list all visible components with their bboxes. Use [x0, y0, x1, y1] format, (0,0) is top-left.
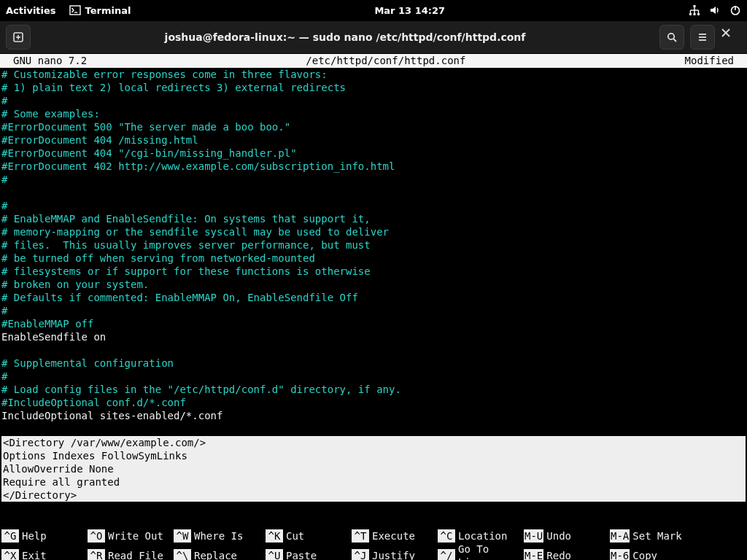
nano-shortcuts: ^GHelp^OWrite Out^WWhere Is^KCut^TExecut… — [0, 526, 747, 560]
editor-line: # files. This usually improves server pe… — [1, 238, 746, 252]
active-app[interactable]: Terminal — [69, 4, 131, 16]
shortcut-key: ^T — [352, 529, 369, 542]
shortcut-label: Go To Line — [458, 542, 524, 560]
shortcut-execute: ^TExecute — [352, 529, 438, 542]
editor-line: EnableSendfile on — [1, 330, 746, 343]
gnome-topbar: Activities Terminal Mar 13 14:27 — [0, 0, 747, 20]
highlight-line: <Directory /var/www/example.com/> — [3, 436, 744, 449]
shortcut-label: Set Mark — [632, 529, 687, 542]
volume-icon[interactable] — [709, 4, 721, 16]
editor-line — [1, 343, 746, 357]
svg-rect-0 — [70, 6, 80, 15]
editor-line: # Load config files in the "/etc/httpd/c… — [1, 383, 746, 396]
terminal-icon — [69, 4, 81, 16]
nano-editor[interactable]: # Customizable error responses come in t… — [0, 68, 747, 436]
window-title: joshua@fedora-linux:~ — sudo nano /etc/h… — [36, 31, 654, 43]
shortcut-label: Undo — [546, 529, 577, 542]
shortcut-key: M-A — [610, 529, 630, 542]
editor-line: # — [1, 370, 746, 383]
shortcut-key: ^W — [174, 529, 191, 542]
editor-line: #ErrorDocument 500 "The server made a bo… — [1, 120, 746, 133]
editor-line: # Customizable error responses come in t… — [1, 68, 746, 81]
shortcut-location: ^CLocation — [438, 529, 524, 542]
shortcut-set-mark: M-ASet Mark — [610, 529, 696, 542]
editor-line — [1, 186, 746, 199]
shortcut-justify: ^JJustify — [352, 542, 438, 560]
editor-line: # Supplemental configuration — [1, 357, 746, 370]
editor-line: # filesystems or if support for these fu… — [1, 265, 746, 278]
activities-button[interactable]: Activities — [6, 5, 56, 16]
svg-point-16 — [668, 34, 674, 39]
clock[interactable]: Mar 13 14:27 — [131, 5, 689, 16]
nano-header: GNU nano 7.2 /etc/httpd/conf/httpd.conf … — [0, 54, 747, 68]
editor-line: # — [1, 199, 746, 212]
nano-status: Modified — [685, 54, 746, 68]
new-tab-button[interactable] — [6, 25, 31, 50]
shortcut-label: Execute — [372, 529, 421, 542]
shortcut-replace: ^\Replace — [174, 542, 266, 560]
shortcut-key: ^G — [1, 529, 19, 542]
editor-line: # Some examples: — [1, 107, 746, 120]
svg-rect-2 — [694, 5, 696, 7]
shortcut-write-out: ^OWrite Out — [88, 529, 174, 542]
editor-line: #ErrorDocument 404 "/cgi-bin/missing_han… — [1, 147, 746, 160]
editor-line: # 1) plain text 2) local redirects 3) ex… — [1, 81, 746, 94]
editor-line: # Defaults if commented: EnableMMAP On, … — [1, 291, 746, 304]
highlight-line: </Directory> — [3, 489, 744, 502]
svg-line-17 — [673, 39, 676, 42]
editor-line: # be turned off when serving from networ… — [1, 252, 746, 265]
editor-line: # memory-mapping or the sendfile syscall… — [1, 225, 746, 238]
svg-rect-4 — [694, 13, 696, 15]
editor-line: #EnableMMAP off — [1, 317, 746, 330]
shortcut-go-to-line: ^/Go To Line — [438, 542, 524, 560]
shortcut-copy: M-6Copy — [610, 542, 696, 560]
shortcut-label: Help — [22, 529, 53, 542]
shortcut-label: Justify — [372, 549, 421, 560]
spacer — [0, 502, 747, 526]
shortcut-key: ^K — [266, 529, 283, 542]
shortcut-key: M-U — [524, 529, 543, 542]
editor-line: # — [1, 173, 746, 186]
editor-line: # — [1, 94, 746, 107]
shortcut-key: ^U — [266, 549, 283, 560]
shortcut-key: ^/ — [438, 549, 455, 560]
shortcut-key: ^C — [438, 529, 455, 542]
search-button[interactable] — [659, 25, 684, 50]
shortcut-key: M-6 — [610, 549, 630, 560]
editor-line: #ErrorDocument 402 http://www.example.co… — [1, 160, 746, 173]
menu-button[interactable] — [690, 25, 715, 50]
svg-rect-3 — [689, 13, 692, 15]
shortcut-label: Exit — [22, 549, 53, 560]
shortcut-label: Location — [458, 529, 513, 542]
active-app-label: Terminal — [85, 5, 131, 16]
shortcut-help: ^GHelp — [1, 529, 88, 542]
close-icon — [721, 28, 731, 38]
shortcut-where-is: ^WWhere Is — [174, 529, 266, 542]
shortcut-label: Copy — [632, 549, 663, 560]
power-icon[interactable] — [729, 4, 741, 16]
editor-line — [1, 422, 746, 435]
svg-rect-5 — [697, 13, 700, 15]
network-icon[interactable] — [689, 4, 700, 16]
new-tab-icon — [12, 31, 24, 43]
shortcut-label: Read File — [108, 549, 169, 560]
shortcut-exit: ^XExit — [1, 542, 88, 560]
shortcut-cut: ^KCut — [266, 529, 352, 542]
search-icon — [666, 31, 678, 43]
shortcut-key: ^O — [88, 529, 105, 542]
shortcut-key: M-E — [524, 549, 543, 560]
shortcut-label: Redo — [546, 549, 577, 560]
editor-line: # broken on your system. — [1, 278, 746, 291]
shortcut-label: Paste — [286, 549, 322, 560]
highlight-line: Require all granted — [3, 475, 744, 489]
shortcut-read-file: ^RRead File — [88, 542, 174, 560]
highlight-line: Options Indexes FollowSymLinks — [3, 449, 744, 462]
hamburger-icon — [697, 31, 708, 43]
nano-input-line[interactable]: <Directory /var/www/example.com/>Options… — [1, 436, 746, 502]
terminal-titlebar: joshua@fedora-linux:~ — sudo nano /etc/h… — [0, 20, 747, 54]
shortcut-redo: M-ERedo — [524, 542, 610, 560]
shortcut-label: Cut — [286, 529, 310, 542]
shortcut-paste: ^UPaste — [266, 542, 352, 560]
editor-line: # — [1, 304, 746, 317]
close-button[interactable] — [721, 27, 741, 47]
